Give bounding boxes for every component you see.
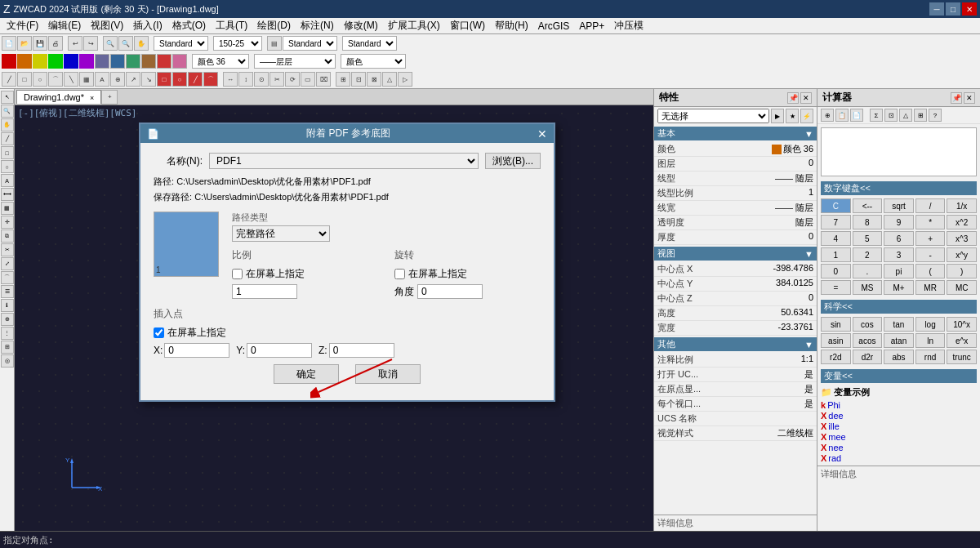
- pdf-attach-dialog: 📄 附着 PDF 参考底图 ✕ 名称(N): PDF1 浏览(B)... 路径:…: [139, 123, 555, 402]
- y-input[interactable]: [247, 343, 312, 358]
- insert-on-screen-check[interactable]: 在屏幕上指定: [154, 326, 541, 340]
- name-select[interactable]: PDF1: [209, 153, 479, 169]
- x-input[interactable]: [164, 343, 229, 358]
- path-row: 路径: C:\Users\admin\Desktop\优化备用素材\PDF1.p…: [154, 176, 541, 188]
- save-path-value: C:\Users\admin\Desktop\优化备用素材\PDF1.pdf: [194, 192, 389, 202]
- cancel-button[interactable]: 取消: [355, 364, 421, 384]
- y-label: Y:: [236, 345, 245, 356]
- save-path-row: 保存路径: C:\Users\admin\Desktop\优化备用素材\PDF1…: [154, 191, 541, 203]
- angle-input[interactable]: [417, 284, 483, 299]
- save-path-label: 保存路径:: [154, 192, 192, 202]
- path-type-label: 路径类型: [232, 212, 541, 224]
- scale-title: 比例: [232, 248, 378, 262]
- insert-checkbox[interactable]: [154, 327, 164, 338]
- scale-value-input[interactable]: [232, 284, 297, 299]
- dialog-title-icon: 📄: [147, 128, 159, 140]
- preview-num: 1: [156, 265, 161, 274]
- two-col-options: 比例 在屏幕上指定 旋转 在屏幕上指定: [232, 248, 541, 299]
- name-label: 名称(N):: [154, 154, 203, 168]
- path-label: 路径:: [154, 176, 174, 186]
- path-value: C:\Users\admin\Desktop\优化备用素材\PDF1.pdf: [176, 176, 371, 186]
- dialog-title-text: 附着 PDF 参考底图: [306, 127, 390, 140]
- insert-label: 插入点: [154, 307, 541, 321]
- rotation-checkbox[interactable]: [394, 269, 405, 279]
- path-type-select[interactable]: 完整路径: [232, 225, 330, 242]
- dialog-body: 名称(N): PDF1 浏览(B)... 路径: C:\Users\admin\…: [140, 143, 554, 400]
- angle-label: 角度: [394, 285, 414, 299]
- dialog-close-button[interactable]: ✕: [537, 127, 547, 140]
- scale-checkbox[interactable]: [232, 269, 243, 279]
- insert-section: 插入点 在屏幕上指定 X: Y: Z:: [154, 307, 541, 358]
- xyz-inputs: X: Y: Z:: [154, 343, 541, 358]
- x-label: X:: [154, 345, 163, 356]
- dialog-title-bar: 📄 附着 PDF 参考底图 ✕: [140, 124, 554, 143]
- name-row: 名称(N): PDF1 浏览(B)...: [154, 153, 541, 169]
- browse-button[interactable]: 浏览(B)...: [485, 153, 541, 169]
- rotation-section: 旋转 在屏幕上指定 角度: [394, 248, 541, 299]
- z-input[interactable]: [329, 343, 394, 358]
- scale-section: 比例 在屏幕上指定: [232, 248, 378, 299]
- dialog-footer: 确定 取消: [154, 358, 541, 390]
- rotation-title: 旋转: [394, 248, 541, 262]
- dialog-main: 1 路径类型 完整路径 比例: [154, 212, 541, 299]
- dialog-overlay: 📄 附着 PDF 参考底图 ✕ 名称(N): PDF1 浏览(B)... 路径:…: [0, 0, 980, 548]
- path-type-section: 路径类型 完整路径: [232, 212, 541, 242]
- rotation-on-screen-check[interactable]: 在屏幕上指定: [394, 267, 541, 281]
- z-label: Z:: [318, 345, 327, 356]
- options-area: 路径类型 完整路径 比例 在屏幕上指定: [232, 212, 541, 299]
- preview-area: 1: [154, 212, 219, 277]
- ok-button[interactable]: 确定: [274, 364, 339, 384]
- scale-on-screen-check[interactable]: 在屏幕上指定: [232, 267, 378, 281]
